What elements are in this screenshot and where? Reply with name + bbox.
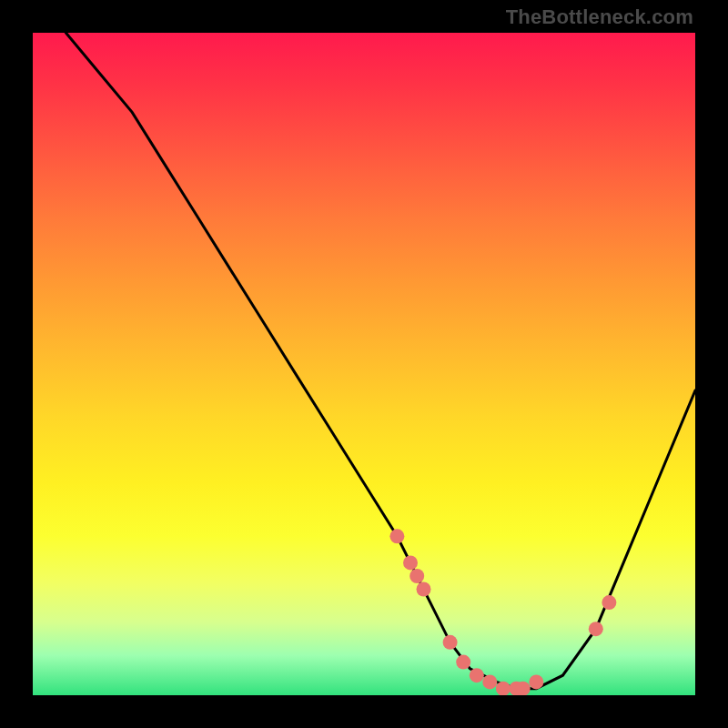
marker-point: [602, 595, 616, 610]
curve-svg: [33, 33, 695, 695]
marker-point: [443, 635, 458, 650]
marker-point: [496, 682, 511, 695]
watermark-text: TheBottleneck.com: [506, 5, 693, 29]
marker-point: [516, 682, 531, 695]
chart-frame: TheBottleneck.com: [0, 0, 728, 728]
marker-point: [529, 674, 543, 689]
highlight-markers: [389, 529, 616, 695]
marker-point: [470, 668, 484, 682]
marker-point: [456, 655, 470, 670]
marker-point: [482, 674, 497, 689]
marker-point: [589, 622, 603, 636]
marker-point: [389, 529, 404, 543]
marker-point: [403, 555, 418, 570]
plot-area: [33, 33, 695, 695]
marker-point: [410, 569, 424, 583]
bottleneck-curve: [66, 33, 695, 689]
marker-point: [417, 582, 431, 597]
